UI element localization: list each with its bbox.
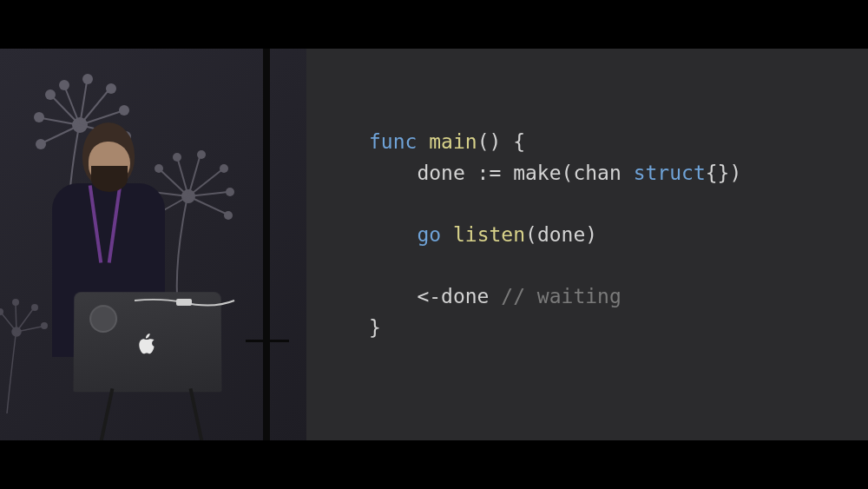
code-text: (done) [525,223,597,246]
function-name-listen: listen [441,223,525,246]
speaker-camera-feed [0,49,306,440]
go-code-snippet: func main() { done := make(chan struct{}… [369,127,741,343]
svg-point-4 [59,80,69,90]
svg-point-38 [12,299,19,306]
video-frame: func main() { done := make(chan struct{}… [0,49,868,440]
svg-point-14 [34,112,44,122]
keyword-func: func [369,130,417,153]
code-comment: // waiting [501,285,621,307]
svg-point-25 [220,164,228,173]
svg-line-37 [16,305,16,332]
code-text: <-done [369,285,501,307]
svg-line-22 [188,157,200,196]
svg-point-23 [197,150,206,159]
laptop-sticker [89,305,117,333]
letterbox-bottom [0,440,868,489]
keyword-struct: struct [634,162,706,184]
code-text: } [369,316,381,339]
svg-line-28 [188,196,226,214]
svg-rect-43 [176,299,192,306]
code-text: done := make(chan [369,162,634,184]
tripod-stand [91,387,213,440]
speaker-beard [91,166,128,192]
svg-line-3 [65,88,80,125]
svg-point-29 [224,211,233,220]
letterbox-top [0,0,868,49]
light-stand-bracket [246,340,289,342]
svg-point-8 [106,83,116,94]
code-text: {}) [706,162,742,184]
code-text: () { [477,130,525,153]
function-name-main: main [417,130,477,153]
keyword-go: go [369,223,441,246]
svg-point-10 [119,105,129,116]
svg-line-35 [2,314,16,332]
light-stand-pole [263,49,270,440]
svg-point-27 [226,188,234,196]
svg-point-2 [45,89,56,100]
presentation-slide: func main() { done := make(chan struct{}… [306,49,868,440]
svg-point-6 [82,74,93,84]
cable-wire [135,294,239,363]
